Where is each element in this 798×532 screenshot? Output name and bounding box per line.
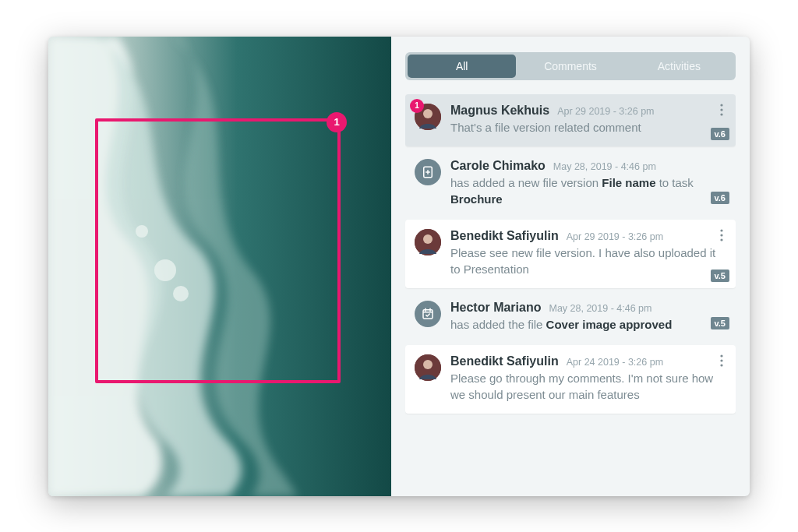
avatar [415, 229, 441, 255]
more-menu-icon[interactable] [715, 227, 728, 243]
activity-text: has added the file Cover image approved [450, 316, 726, 333]
timestamp: Apr 29 2019 - 3:26 pm [567, 231, 663, 242]
activity-item[interactable]: Hector MarianoMay 28, 2019 - 4:46 pmhas … [405, 298, 736, 336]
timestamp: Apr 29 2019 - 3:26 pm [557, 106, 654, 117]
avatar: 1 [415, 104, 441, 130]
comment-text: Please go through my comments. I'm not s… [450, 370, 726, 403]
comment-text: That's a file version related comment [450, 119, 726, 136]
item-body: Hector MarianoMay 28, 2019 - 4:46 pmhas … [450, 301, 726, 333]
tab-all[interactable]: All [408, 55, 516, 78]
annotation-count-badge: 1 [327, 112, 347, 132]
image-canvas[interactable]: 1 [48, 37, 391, 496]
app-frame: 1 All Comments Activities 1Magnus Kekhui… [48, 37, 750, 496]
activity-text: has added a new file version File name t… [450, 174, 726, 207]
version-badge: v.5 [711, 270, 729, 282]
version-badge: v.6 [711, 128, 729, 140]
more-menu-icon[interactable] [715, 102, 728, 118]
avatar [415, 354, 441, 381]
comment-text: Please see new file version. I have also… [450, 245, 726, 277]
item-body: Benedikt SafiyulinApr 24 2019 - 3:26 pmP… [450, 354, 726, 403]
item-body: Benedikt SafiyulinApr 29 2019 - 3:26 pmP… [450, 229, 726, 277]
item-body: Magnus KekhuisApr 29 2019 - 3:26 pmThat'… [450, 104, 726, 136]
comment-item[interactable]: 1Magnus KekhuisApr 29 2019 - 3:26 pmThat… [405, 94, 736, 146]
author-name: Hector Mariano [450, 301, 541, 315]
activity-item[interactable]: Carole ChimakoMay 28, 2019 - 4:46 pmhas … [405, 156, 736, 210]
version-badge: v.6 [711, 192, 729, 204]
comment-item[interactable]: Benedikt SafiyulinApr 29 2019 - 3:26 pmP… [405, 220, 736, 288]
timestamp: May 28, 2019 - 4:46 pm [553, 161, 656, 172]
tab-comments[interactable]: Comments [516, 55, 624, 78]
author-name: Carole Chimako [450, 159, 546, 173]
author-name: Benedikt Safiyulin [450, 229, 559, 243]
comment-item[interactable]: Benedikt SafiyulinApr 24 2019 - 3:26 pmP… [405, 345, 736, 414]
file-plus-icon [415, 159, 441, 185]
tab-activities[interactable]: Activities [625, 55, 733, 78]
timestamp: Apr 24 2019 - 3:26 pm [567, 357, 663, 368]
version-badge: v.5 [711, 317, 729, 329]
avatar-badge: 1 [410, 99, 424, 113]
side-panel: All Comments Activities 1Magnus KekhuisA… [391, 37, 750, 496]
timestamp: May 28, 2019 - 4:46 pm [549, 303, 651, 314]
author-name: Benedikt Safiyulin [450, 354, 559, 368]
feed-tabs: All Comments Activities [405, 52, 736, 80]
activity-feed: 1Magnus KekhuisApr 29 2019 - 3:26 pmThat… [405, 94, 736, 496]
calendar-check-icon [415, 301, 441, 327]
item-body: Carole ChimakoMay 28, 2019 - 4:46 pmhas … [450, 159, 726, 207]
annotation-rectangle[interactable]: 1 [95, 118, 341, 383]
more-menu-icon[interactable] [715, 353, 728, 368]
author-name: Magnus Kekhuis [450, 104, 549, 118]
